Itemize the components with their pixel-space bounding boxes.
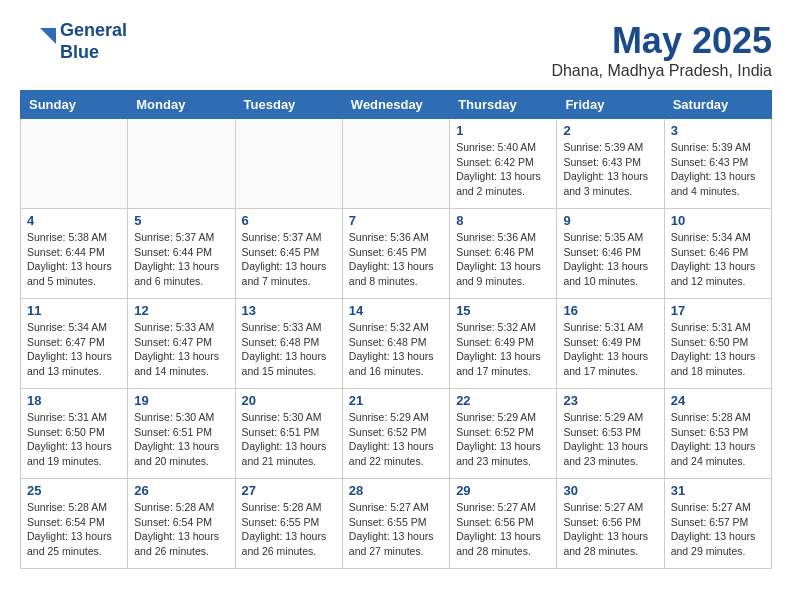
calendar-cell: 24Sunrise: 5:28 AM Sunset: 6:53 PM Dayli… — [664, 389, 771, 479]
logo-text: General Blue — [60, 20, 127, 63]
calendar-cell: 10Sunrise: 5:34 AM Sunset: 6:46 PM Dayli… — [664, 209, 771, 299]
day-number: 11 — [27, 303, 121, 318]
day-number: 31 — [671, 483, 765, 498]
day-info: Sunrise: 5:35 AM Sunset: 6:46 PM Dayligh… — [563, 230, 657, 289]
calendar-cell: 3Sunrise: 5:39 AM Sunset: 6:43 PM Daylig… — [664, 119, 771, 209]
calendar-cell: 29Sunrise: 5:27 AM Sunset: 6:56 PM Dayli… — [450, 479, 557, 569]
day-number: 22 — [456, 393, 550, 408]
title-area: May 2025 Dhana, Madhya Pradesh, India — [551, 20, 772, 80]
day-info: Sunrise: 5:38 AM Sunset: 6:44 PM Dayligh… — [27, 230, 121, 289]
day-info: Sunrise: 5:30 AM Sunset: 6:51 PM Dayligh… — [134, 410, 228, 469]
calendar-header-saturday: Saturday — [664, 91, 771, 119]
calendar-cell: 27Sunrise: 5:28 AM Sunset: 6:55 PM Dayli… — [235, 479, 342, 569]
day-info: Sunrise: 5:29 AM Sunset: 6:53 PM Dayligh… — [563, 410, 657, 469]
day-info: Sunrise: 5:32 AM Sunset: 6:49 PM Dayligh… — [456, 320, 550, 379]
calendar-cell: 31Sunrise: 5:27 AM Sunset: 6:57 PM Dayli… — [664, 479, 771, 569]
day-info: Sunrise: 5:36 AM Sunset: 6:46 PM Dayligh… — [456, 230, 550, 289]
day-number: 21 — [349, 393, 443, 408]
calendar-cell: 15Sunrise: 5:32 AM Sunset: 6:49 PM Dayli… — [450, 299, 557, 389]
day-info: Sunrise: 5:28 AM Sunset: 6:54 PM Dayligh… — [27, 500, 121, 559]
calendar-cell: 6Sunrise: 5:37 AM Sunset: 6:45 PM Daylig… — [235, 209, 342, 299]
day-number: 9 — [563, 213, 657, 228]
calendar-cell: 20Sunrise: 5:30 AM Sunset: 6:51 PM Dayli… — [235, 389, 342, 479]
calendar-cell: 11Sunrise: 5:34 AM Sunset: 6:47 PM Dayli… — [21, 299, 128, 389]
day-info: Sunrise: 5:33 AM Sunset: 6:48 PM Dayligh… — [242, 320, 336, 379]
day-info: Sunrise: 5:30 AM Sunset: 6:51 PM Dayligh… — [242, 410, 336, 469]
calendar-header-thursday: Thursday — [450, 91, 557, 119]
calendar-cell: 17Sunrise: 5:31 AM Sunset: 6:50 PM Dayli… — [664, 299, 771, 389]
day-number: 1 — [456, 123, 550, 138]
day-info: Sunrise: 5:34 AM Sunset: 6:47 PM Dayligh… — [27, 320, 121, 379]
calendar-cell: 23Sunrise: 5:29 AM Sunset: 6:53 PM Dayli… — [557, 389, 664, 479]
day-number: 20 — [242, 393, 336, 408]
calendar-header-friday: Friday — [557, 91, 664, 119]
week-row-3: 11Sunrise: 5:34 AM Sunset: 6:47 PM Dayli… — [21, 299, 772, 389]
week-row-5: 25Sunrise: 5:28 AM Sunset: 6:54 PM Dayli… — [21, 479, 772, 569]
week-row-4: 18Sunrise: 5:31 AM Sunset: 6:50 PM Dayli… — [21, 389, 772, 479]
calendar-cell: 26Sunrise: 5:28 AM Sunset: 6:54 PM Dayli… — [128, 479, 235, 569]
day-number: 13 — [242, 303, 336, 318]
day-number: 15 — [456, 303, 550, 318]
day-info: Sunrise: 5:29 AM Sunset: 6:52 PM Dayligh… — [456, 410, 550, 469]
day-info: Sunrise: 5:32 AM Sunset: 6:48 PM Dayligh… — [349, 320, 443, 379]
day-number: 14 — [349, 303, 443, 318]
calendar-cell — [235, 119, 342, 209]
day-info: Sunrise: 5:31 AM Sunset: 6:50 PM Dayligh… — [27, 410, 121, 469]
day-number: 18 — [27, 393, 121, 408]
calendar-header-tuesday: Tuesday — [235, 91, 342, 119]
calendar-cell — [21, 119, 128, 209]
calendar-cell — [128, 119, 235, 209]
day-info: Sunrise: 5:34 AM Sunset: 6:46 PM Dayligh… — [671, 230, 765, 289]
calendar-cell: 9Sunrise: 5:35 AM Sunset: 6:46 PM Daylig… — [557, 209, 664, 299]
day-number: 12 — [134, 303, 228, 318]
calendar-cell: 16Sunrise: 5:31 AM Sunset: 6:49 PM Dayli… — [557, 299, 664, 389]
day-number: 5 — [134, 213, 228, 228]
calendar-header-monday: Monday — [128, 91, 235, 119]
calendar-cell: 22Sunrise: 5:29 AM Sunset: 6:52 PM Dayli… — [450, 389, 557, 479]
day-number: 7 — [349, 213, 443, 228]
week-row-2: 4Sunrise: 5:38 AM Sunset: 6:44 PM Daylig… — [21, 209, 772, 299]
calendar-cell: 5Sunrise: 5:37 AM Sunset: 6:44 PM Daylig… — [128, 209, 235, 299]
calendar-cell: 1Sunrise: 5:40 AM Sunset: 6:42 PM Daylig… — [450, 119, 557, 209]
calendar-cell: 8Sunrise: 5:36 AM Sunset: 6:46 PM Daylig… — [450, 209, 557, 299]
day-number: 4 — [27, 213, 121, 228]
day-info: Sunrise: 5:28 AM Sunset: 6:53 PM Dayligh… — [671, 410, 765, 469]
calendar-cell: 13Sunrise: 5:33 AM Sunset: 6:48 PM Dayli… — [235, 299, 342, 389]
day-info: Sunrise: 5:29 AM Sunset: 6:52 PM Dayligh… — [349, 410, 443, 469]
calendar-cell: 19Sunrise: 5:30 AM Sunset: 6:51 PM Dayli… — [128, 389, 235, 479]
day-info: Sunrise: 5:31 AM Sunset: 6:50 PM Dayligh… — [671, 320, 765, 379]
calendar-cell: 7Sunrise: 5:36 AM Sunset: 6:45 PM Daylig… — [342, 209, 449, 299]
calendar-cell: 25Sunrise: 5:28 AM Sunset: 6:54 PM Dayli… — [21, 479, 128, 569]
day-info: Sunrise: 5:39 AM Sunset: 6:43 PM Dayligh… — [563, 140, 657, 199]
day-info: Sunrise: 5:37 AM Sunset: 6:45 PM Dayligh… — [242, 230, 336, 289]
day-number: 10 — [671, 213, 765, 228]
calendar-cell — [342, 119, 449, 209]
logo: General Blue — [20, 20, 127, 63]
day-info: Sunrise: 5:27 AM Sunset: 6:56 PM Dayligh… — [563, 500, 657, 559]
week-row-1: 1Sunrise: 5:40 AM Sunset: 6:42 PM Daylig… — [21, 119, 772, 209]
day-number: 26 — [134, 483, 228, 498]
calendar-cell: 30Sunrise: 5:27 AM Sunset: 6:56 PM Dayli… — [557, 479, 664, 569]
calendar-cell: 28Sunrise: 5:27 AM Sunset: 6:55 PM Dayli… — [342, 479, 449, 569]
calendar-cell: 4Sunrise: 5:38 AM Sunset: 6:44 PM Daylig… — [21, 209, 128, 299]
calendar-header-wednesday: Wednesday — [342, 91, 449, 119]
header: General Blue May 2025 Dhana, Madhya Prad… — [20, 20, 772, 80]
calendar-cell: 14Sunrise: 5:32 AM Sunset: 6:48 PM Dayli… — [342, 299, 449, 389]
day-number: 8 — [456, 213, 550, 228]
logo-line1: General — [60, 20, 127, 42]
day-number: 23 — [563, 393, 657, 408]
day-number: 27 — [242, 483, 336, 498]
month-title: May 2025 — [551, 20, 772, 62]
logo-icon — [20, 24, 56, 60]
day-info: Sunrise: 5:31 AM Sunset: 6:49 PM Dayligh… — [563, 320, 657, 379]
day-number: 29 — [456, 483, 550, 498]
day-number: 16 — [563, 303, 657, 318]
day-info: Sunrise: 5:27 AM Sunset: 6:55 PM Dayligh… — [349, 500, 443, 559]
calendar-cell: 18Sunrise: 5:31 AM Sunset: 6:50 PM Dayli… — [21, 389, 128, 479]
calendar-cell: 12Sunrise: 5:33 AM Sunset: 6:47 PM Dayli… — [128, 299, 235, 389]
day-info: Sunrise: 5:33 AM Sunset: 6:47 PM Dayligh… — [134, 320, 228, 379]
calendar: SundayMondayTuesdayWednesdayThursdayFrid… — [20, 90, 772, 569]
day-number: 17 — [671, 303, 765, 318]
calendar-header-row: SundayMondayTuesdayWednesdayThursdayFrid… — [21, 91, 772, 119]
calendar-cell: 2Sunrise: 5:39 AM Sunset: 6:43 PM Daylig… — [557, 119, 664, 209]
